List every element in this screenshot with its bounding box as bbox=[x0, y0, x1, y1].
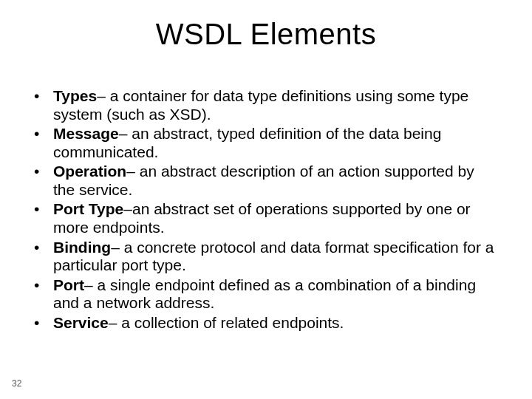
desc: – a concrete protocol and data format sp… bbox=[53, 239, 494, 274]
list-item: •Types– a container for data type defini… bbox=[34, 87, 498, 123]
list-item: •Port Type–an abstract set of operations… bbox=[34, 200, 498, 236]
list-item: •Port– a single endpoint defined as a co… bbox=[34, 276, 498, 313]
term: Port bbox=[53, 276, 84, 293]
desc: – a collection of related endpoints. bbox=[109, 314, 344, 331]
term: Service bbox=[53, 314, 109, 331]
desc: – a container for data type definitions … bbox=[53, 87, 468, 123]
page-number: 32 bbox=[12, 378, 21, 389]
list-item: •Operation– an abstract description of a… bbox=[34, 163, 498, 199]
bullet-icon: • bbox=[34, 314, 53, 332]
bullet-icon: • bbox=[34, 163, 53, 181]
list-item: •Message– an abstract, typed definition … bbox=[34, 125, 498, 161]
desc: – a single endpoint defined as a combina… bbox=[53, 276, 476, 312]
slide-content: •Types– a container for data type defini… bbox=[34, 87, 498, 333]
bullet-icon: • bbox=[34, 200, 53, 219]
term: Binding bbox=[53, 239, 111, 256]
bullet-icon: • bbox=[34, 239, 53, 257]
bullet-icon: • bbox=[34, 87, 53, 106]
term: Operation bbox=[53, 163, 126, 180]
bullet-icon: • bbox=[34, 125, 53, 143]
term: Message bbox=[53, 125, 119, 142]
bullet-icon: • bbox=[34, 276, 53, 295]
slide: WSDL Elements •Types– a container for da… bbox=[0, 0, 532, 399]
term: Types bbox=[53, 87, 97, 104]
slide-title: WSDL Elements bbox=[0, 18, 532, 51]
list-item: •Service– a collection of related endpoi… bbox=[34, 314, 498, 332]
bullet-list: •Types– a container for data type defini… bbox=[34, 87, 498, 332]
term: Port Type bbox=[53, 200, 123, 217]
list-item: •Binding– a concrete protocol and data f… bbox=[34, 239, 498, 275]
